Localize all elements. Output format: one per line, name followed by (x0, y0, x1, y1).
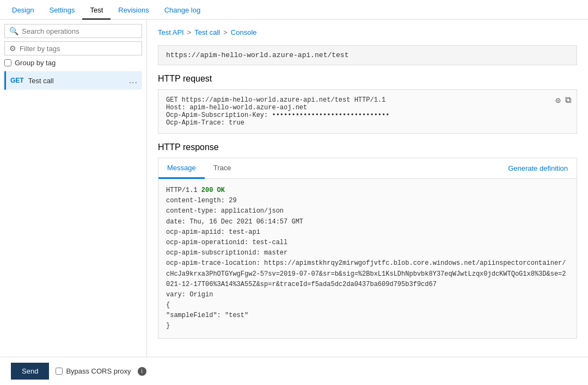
http-request-title: HTTP request (158, 74, 577, 84)
response-line-5: ocp-apim-subscriptionid: master (166, 248, 569, 258)
search-box[interactable]: 🔍 (4, 24, 142, 38)
search-input[interactable] (22, 27, 137, 35)
operation-name: Test call (28, 77, 129, 85)
bottom-bar: Send Bypass CORS proxy i (0, 357, 588, 385)
search-icon: 🔍 (9, 27, 19, 35)
sidebar: 🔍 ⚙ Group by tag GET Test call ... (0, 20, 147, 357)
status-prefix: HTTP/1.1 (166, 187, 198, 194)
tab-design[interactable]: Design (4, 2, 41, 20)
response-line-3: ocp-apim-apiid: test-api (166, 227, 569, 238)
response-header: Message Trace Generate definition (158, 158, 577, 179)
breadcrumb-api[interactable]: Test API (158, 28, 184, 36)
url-bar: https://apim-hello-world.azure-api.net/t… (158, 45, 577, 65)
tab-trace[interactable]: Trace (205, 158, 240, 179)
request-icons: ⊙ ⧉ (555, 95, 571, 106)
request-line3: Ocp-Apim-Subscription-Key: •••••••••••••… (166, 111, 569, 119)
tab-test[interactable]: Test (82, 2, 111, 20)
bypass-cors-checkbox[interactable] (56, 368, 63, 375)
http-response-section: Message Trace Generate definition HTTP/1… (158, 158, 577, 339)
request-value: •••••••••••••••••••••••••••••• (272, 111, 389, 119)
group-by-tag-checkbox[interactable]: Group by tag (4, 59, 142, 67)
copy-icon[interactable]: ⊙ (555, 95, 561, 106)
operation-more-button[interactable]: ... (129, 76, 138, 85)
response-line-2: date: Thu, 16 Dec 2021 06:14:57 GMT (166, 217, 569, 227)
response-line-1: content-type: application/json (166, 206, 569, 216)
response-body: HTTP/1.1 200 OK content-length: 29 conte… (158, 179, 577, 338)
tab-settings[interactable]: Settings (41, 2, 82, 20)
filter-box[interactable]: ⚙ (4, 41, 142, 55)
response-line-10: } (166, 321, 569, 331)
bypass-cors-label[interactable]: Bypass CORS proxy (56, 367, 131, 375)
main-layout: 🔍 ⚙ Group by tag GET Test call ... Test … (0, 20, 588, 357)
group-by-tag-label: Group by tag (15, 59, 56, 67)
response-line-9: "sampleField": "test" (166, 311, 569, 321)
breadcrumb-sep2: > (223, 28, 228, 36)
filter-input[interactable] (20, 45, 137, 53)
request-line4: Ocp-Apim-Trace: true (166, 119, 569, 127)
request-line1: GET https://apim-hello-world.azure-api.n… (166, 96, 569, 104)
response-line-0: content-length: 29 (166, 196, 569, 206)
content-area: Test API > Test call > Console https://a… (147, 20, 588, 357)
info-icon[interactable]: i (138, 367, 146, 376)
tab-message[interactable]: Message (158, 158, 205, 179)
bypass-cors-text: Bypass CORS proxy (66, 367, 131, 375)
status-code: 200 OK (201, 187, 225, 194)
response-line-8: { (166, 300, 569, 311)
status-line: HTTP/1.1 200 OK (166, 185, 569, 196)
tab-revisions[interactable]: Revisions (111, 2, 156, 20)
filter-icon: ⚙ (9, 44, 16, 53)
http-response-title: HTTP response (158, 142, 577, 152)
send-button[interactable]: Send (11, 363, 49, 380)
expand-icon[interactable]: ⧉ (565, 95, 571, 106)
request-line2: Host: apim-hello-world.azure-aoj.net (166, 104, 569, 111)
breadcrumb: Test API > Test call > Console (158, 28, 577, 36)
breadcrumb-operation[interactable]: Test call (194, 28, 220, 36)
breadcrumb-sep1: > (187, 28, 192, 36)
tab-changelog[interactable]: Change log (157, 2, 209, 20)
breadcrumb-current: Console (231, 28, 257, 36)
response-line-7: vary: Origin (166, 290, 569, 300)
top-nav: Design Settings Test Revisions Change lo… (0, 0, 588, 20)
http-request-box: GET https://apim-hello-world.azure-api.n… (158, 89, 577, 134)
operation-item[interactable]: GET Test call ... (4, 71, 142, 90)
response-line-4: ocp-apim-operationid: test-call (166, 238, 569, 248)
request-key: Ocp-Apim-Subscription-Key: (166, 111, 268, 119)
response-line-6: ocp-apim-trace-location: https://apimstk… (166, 258, 569, 290)
group-by-tag-input[interactable] (4, 59, 11, 66)
generate-definition-link[interactable]: Generate definition (499, 159, 577, 178)
operation-method: GET (10, 77, 24, 84)
